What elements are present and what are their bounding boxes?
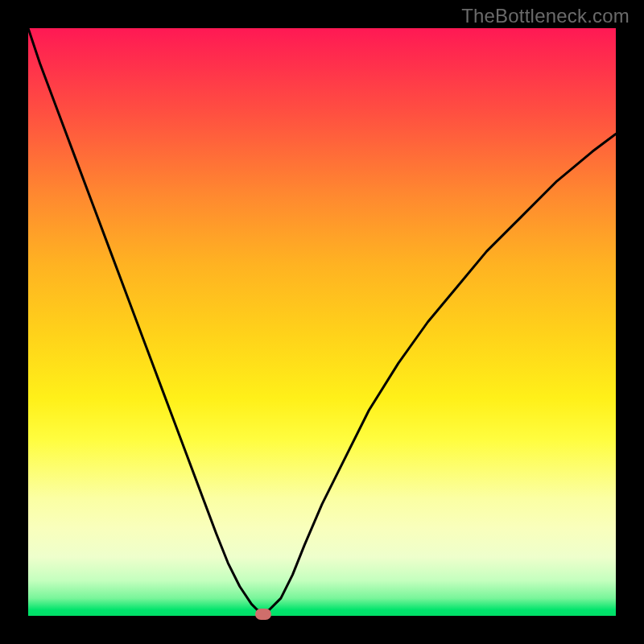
bottleneck-minimum-marker (255, 609, 271, 620)
plot-area (28, 28, 616, 616)
curve-svg (28, 28, 616, 616)
bottleneck-curve (28, 28, 616, 613)
chart-frame: TheBottleneck.com (0, 0, 644, 644)
watermark-text: TheBottleneck.com (461, 5, 630, 27)
